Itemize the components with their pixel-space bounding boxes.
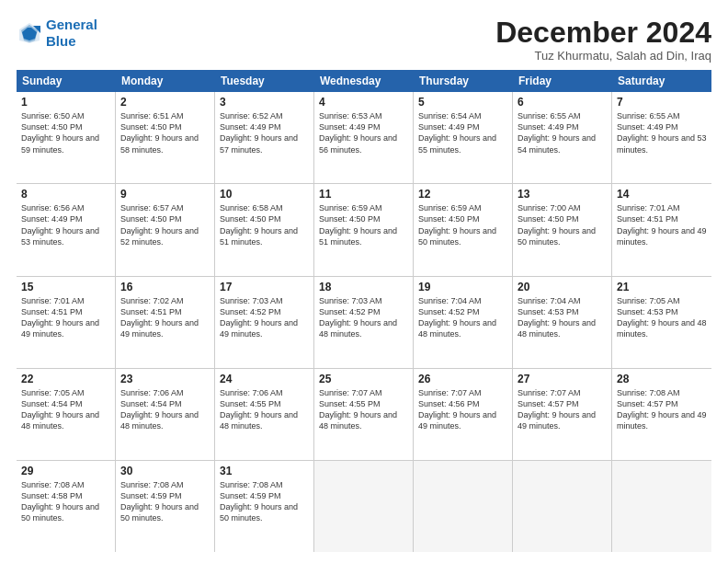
day-cell-4-1: 30Sunrise: 7:08 AMSunset: 4:59 PMDayligh… — [116, 461, 215, 552]
day-cell-1-6: 14Sunrise: 7:01 AMSunset: 4:51 PMDayligh… — [612, 184, 711, 275]
day-cell-3-5: 27Sunrise: 7:07 AMSunset: 4:57 PMDayligh… — [513, 369, 612, 460]
cell-info: Sunrise: 7:08 AMSunset: 4:58 PMDaylight:… — [21, 480, 99, 523]
weekday-friday: Friday — [513, 70, 612, 92]
cell-info: Sunrise: 7:07 AMSunset: 4:57 PMDaylight:… — [518, 388, 596, 431]
weekday-thursday: Thursday — [414, 70, 513, 92]
day-cell-0-1: 2Sunrise: 6:51 AMSunset: 4:50 PMDaylight… — [116, 92, 215, 183]
cell-info: Sunrise: 6:59 AMSunset: 4:50 PMDaylight:… — [319, 203, 397, 246]
cell-info: Sunrise: 6:55 AMSunset: 4:49 PMDaylight:… — [617, 111, 707, 154]
weekday-saturday: Saturday — [612, 70, 711, 92]
day-number: 18 — [319, 281, 408, 293]
cell-info: Sunrise: 7:06 AMSunset: 4:55 PMDaylight:… — [220, 388, 298, 431]
day-number: 12 — [418, 188, 507, 201]
day-cell-0-5: 6Sunrise: 6:55 AMSunset: 4:49 PMDaylight… — [513, 92, 612, 183]
day-cell-1-0: 8Sunrise: 6:56 AMSunset: 4:49 PMDaylight… — [17, 184, 116, 275]
day-cell-3-1: 23Sunrise: 7:06 AMSunset: 4:54 PMDayligh… — [116, 369, 215, 460]
day-number: 28 — [617, 373, 707, 385]
day-number: 13 — [518, 188, 607, 201]
week-row-2: 8Sunrise: 6:56 AMSunset: 4:49 PMDaylight… — [17, 184, 711, 276]
cell-info: Sunrise: 7:06 AMSunset: 4:54 PMDaylight:… — [120, 388, 199, 431]
cell-info: Sunrise: 7:02 AMSunset: 4:51 PMDaylight:… — [120, 296, 199, 339]
day-number: 29 — [21, 465, 110, 477]
day-number: 3 — [220, 96, 309, 109]
day-number: 8 — [21, 188, 110, 201]
cell-info: Sunrise: 7:01 AMSunset: 4:51 PMDaylight:… — [21, 296, 99, 339]
logo-line2: Blue — [46, 33, 76, 49]
day-number: 30 — [120, 465, 210, 477]
weekday-sunday: Sunday — [17, 70, 116, 92]
day-cell-3-0: 22Sunrise: 7:05 AMSunset: 4:54 PMDayligh… — [17, 369, 116, 460]
day-number: 6 — [518, 96, 607, 109]
day-number: 15 — [21, 281, 110, 293]
day-cell-4-0: 29Sunrise: 7:08 AMSunset: 4:58 PMDayligh… — [17, 461, 116, 552]
week-row-1: 1Sunrise: 6:50 AMSunset: 4:50 PMDaylight… — [17, 92, 711, 184]
logo-text: General Blue — [46, 17, 97, 50]
day-cell-1-3: 11Sunrise: 6:59 AMSunset: 4:50 PMDayligh… — [314, 184, 414, 275]
logo-icon — [17, 20, 42, 46]
calendar: Sunday Monday Tuesday Wednesday Thursday… — [17, 70, 711, 552]
day-cell-0-2: 3Sunrise: 6:52 AMSunset: 4:49 PMDaylight… — [215, 92, 314, 183]
cell-info: Sunrise: 6:50 AMSunset: 4:50 PMDaylight:… — [21, 111, 99, 154]
cell-info: Sunrise: 7:04 AMSunset: 4:53 PMDaylight:… — [518, 296, 596, 339]
day-number: 9 — [120, 188, 210, 201]
day-number: 26 — [418, 373, 507, 385]
weekday-wednesday: Wednesday — [314, 70, 414, 92]
day-cell-4-2: 31Sunrise: 7:08 AMSunset: 4:59 PMDayligh… — [215, 461, 314, 552]
calendar-header: Sunday Monday Tuesday Wednesday Thursday… — [17, 70, 711, 92]
cell-info: Sunrise: 7:00 AMSunset: 4:50 PMDaylight:… — [518, 203, 596, 246]
cell-info: Sunrise: 7:07 AMSunset: 4:55 PMDaylight:… — [319, 388, 397, 431]
cell-info: Sunrise: 6:53 AMSunset: 4:49 PMDaylight:… — [319, 111, 397, 154]
day-cell-4-4 — [414, 461, 513, 552]
day-cell-0-3: 4Sunrise: 6:53 AMSunset: 4:49 PMDaylight… — [314, 92, 414, 183]
day-cell-4-5 — [513, 461, 612, 552]
day-cell-1-4: 12Sunrise: 6:59 AMSunset: 4:50 PMDayligh… — [414, 184, 513, 275]
cell-info: Sunrise: 7:07 AMSunset: 4:56 PMDaylight:… — [418, 388, 496, 431]
day-cell-2-1: 16Sunrise: 7:02 AMSunset: 4:51 PMDayligh… — [116, 277, 215, 368]
cell-info: Sunrise: 7:03 AMSunset: 4:52 PMDaylight:… — [220, 296, 298, 339]
day-number: 17 — [220, 281, 309, 293]
cell-info: Sunrise: 6:51 AMSunset: 4:50 PMDaylight:… — [120, 111, 199, 154]
logo-line1: General — [46, 17, 97, 32]
week-row-5: 29Sunrise: 7:08 AMSunset: 4:58 PMDayligh… — [17, 461, 711, 552]
header: General Blue December 2024 Tuz Khurmatu,… — [17, 17, 711, 63]
day-cell-4-3 — [314, 461, 414, 552]
weekday-tuesday: Tuesday — [215, 70, 314, 92]
day-cell-4-6 — [612, 461, 711, 552]
page: General Blue December 2024 Tuz Khurmatu,… — [0, 0, 728, 563]
day-number: 19 — [418, 281, 507, 293]
cell-info: Sunrise: 6:58 AMSunset: 4:50 PMDaylight:… — [220, 203, 298, 246]
day-number: 31 — [220, 465, 309, 477]
cell-info: Sunrise: 7:01 AMSunset: 4:51 PMDaylight:… — [617, 203, 707, 246]
day-number: 16 — [120, 281, 210, 293]
day-cell-2-4: 19Sunrise: 7:04 AMSunset: 4:52 PMDayligh… — [414, 277, 513, 368]
cell-info: Sunrise: 7:04 AMSunset: 4:52 PMDaylight:… — [418, 296, 496, 339]
day-number: 5 — [418, 96, 507, 109]
calendar-body: 1Sunrise: 6:50 AMSunset: 4:50 PMDaylight… — [17, 92, 711, 552]
day-number: 14 — [617, 188, 707, 201]
cell-info: Sunrise: 6:55 AMSunset: 4:49 PMDaylight:… — [518, 111, 596, 154]
day-number: 23 — [120, 373, 210, 385]
cell-info: Sunrise: 6:59 AMSunset: 4:50 PMDaylight:… — [418, 203, 496, 246]
week-row-3: 15Sunrise: 7:01 AMSunset: 4:51 PMDayligh… — [17, 277, 711, 369]
day-cell-0-0: 1Sunrise: 6:50 AMSunset: 4:50 PMDaylight… — [17, 92, 116, 183]
day-number: 27 — [518, 373, 607, 385]
day-cell-0-4: 5Sunrise: 6:54 AMSunset: 4:49 PMDaylight… — [414, 92, 513, 183]
day-cell-3-2: 24Sunrise: 7:06 AMSunset: 4:55 PMDayligh… — [215, 369, 314, 460]
day-number: 10 — [220, 188, 309, 201]
logo: General Blue — [17, 17, 97, 50]
cell-info: Sunrise: 7:08 AMSunset: 4:57 PMDaylight:… — [617, 388, 707, 431]
day-cell-3-6: 28Sunrise: 7:08 AMSunset: 4:57 PMDayligh… — [612, 369, 711, 460]
day-number: 11 — [319, 188, 408, 201]
day-cell-2-2: 17Sunrise: 7:03 AMSunset: 4:52 PMDayligh… — [215, 277, 314, 368]
cell-info: Sunrise: 7:08 AMSunset: 4:59 PMDaylight:… — [220, 480, 298, 523]
cell-info: Sunrise: 6:57 AMSunset: 4:50 PMDaylight:… — [120, 203, 199, 246]
cell-info: Sunrise: 7:05 AMSunset: 4:53 PMDaylight:… — [617, 296, 707, 339]
day-number: 20 — [518, 281, 607, 293]
day-cell-1-2: 10Sunrise: 6:58 AMSunset: 4:50 PMDayligh… — [215, 184, 314, 275]
day-number: 4 — [319, 96, 408, 109]
month-title: December 2024 — [495, 17, 711, 49]
day-number: 1 — [21, 96, 110, 109]
day-number: 2 — [120, 96, 210, 109]
day-cell-2-5: 20Sunrise: 7:04 AMSunset: 4:53 PMDayligh… — [513, 277, 612, 368]
day-number: 21 — [617, 281, 707, 293]
